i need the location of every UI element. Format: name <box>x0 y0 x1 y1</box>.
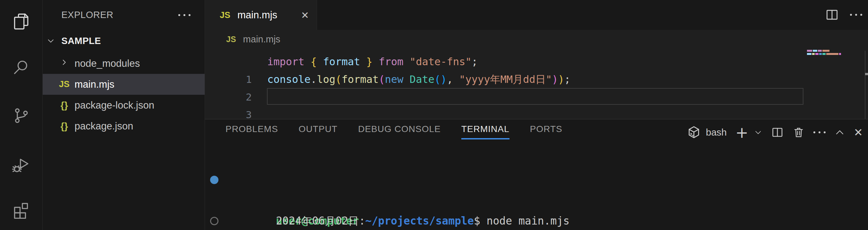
search-icon <box>12 58 31 77</box>
tab-main-mjs[interactable]: JS main.mjs ✕ <box>205 0 317 30</box>
tab-title: main.mjs <box>238 9 277 21</box>
chevron-down-icon <box>754 128 762 136</box>
split-terminal-button[interactable] <box>771 126 784 139</box>
json-file-icon: {} <box>56 100 73 111</box>
minimap-slider-border <box>865 51 865 119</box>
bottom-panel: PROBLEMS OUTPUT DEBUG CONSOLE TERMINAL P… <box>205 119 868 230</box>
activity-item-search[interactable] <box>0 51 42 84</box>
close-panel-button[interactable]: ✕ <box>854 127 863 138</box>
js-file-icon: JS <box>56 79 73 89</box>
files-icon <box>12 12 31 31</box>
activity-item-extensions[interactable] <box>0 193 42 227</box>
chevron-right-icon <box>56 58 73 69</box>
editor-more-actions-icon[interactable] <box>850 14 862 16</box>
panel-tab-debug-console[interactable]: DEBUG CONSOLE <box>358 124 441 139</box>
sidebar-section-sample[interactable]: SAMPLE <box>43 33 205 48</box>
current-line-highlight <box>267 88 803 105</box>
js-file-icon: JS <box>220 10 230 20</box>
extensions-icon <box>12 201 31 220</box>
chevron-up-icon <box>834 127 845 138</box>
new-terminal-button[interactable]: + <box>735 125 748 140</box>
explorer-sidebar: EXPLORER SAMPLE node_modules JS main.mjs… <box>43 0 205 230</box>
split-terminal-icon <box>771 126 784 139</box>
activity-item-run-debug[interactable] <box>0 149 42 182</box>
panel-tab-output[interactable]: OUTPUT <box>299 124 338 139</box>
kill-terminal-button[interactable] <box>793 126 805 138</box>
minimap[interactable] <box>807 50 842 56</box>
json-file-icon: {} <box>56 121 73 132</box>
breadcrumb-item[interactable]: main.mjs <box>243 34 280 45</box>
panel-tab-bar: PROBLEMS OUTPUT DEBUG CONSOLE TERMINAL P… <box>225 124 562 139</box>
split-editor-icon[interactable] <box>825 8 839 22</box>
tab-close-button[interactable]: ✕ <box>301 10 309 21</box>
panel-tab-terminal[interactable]: TERMINAL <box>461 124 509 139</box>
tree-item-node-modules[interactable]: node_modules <box>43 53 205 74</box>
breadcrumb[interactable]: JS main.mjs <box>226 34 280 45</box>
activity-item-explorer[interactable] <box>0 5 42 38</box>
tree-item-package-lock-json[interactable]: {} package-lock.json <box>43 95 205 116</box>
terminal-profile-item[interactable] <box>687 125 701 139</box>
tree-item-main-mjs[interactable]: JS main.mjs <box>43 74 205 95</box>
code-line-2: 2 console.log(format(new Date(), "yyyy年M… <box>205 71 868 88</box>
chevron-down-icon <box>46 36 56 45</box>
panel-tab-ports[interactable]: PORTS <box>530 124 562 139</box>
panel-more-actions-icon[interactable] <box>813 131 826 133</box>
sidebar-more-actions-button[interactable] <box>178 14 190 16</box>
source-control-icon <box>12 106 31 125</box>
bash-terminal-icon <box>687 125 701 139</box>
terminal-command-row: user@computer:~/projects/sample$ node ma… <box>205 170 868 190</box>
terminal-actions: bash + ✕ <box>687 124 863 141</box>
js-file-icon: JS <box>226 35 236 44</box>
panel-tab-problems[interactable]: PROBLEMS <box>225 124 278 139</box>
terminal-prompt-row: user@computer:~/projects/sample$ <box>205 211 868 230</box>
activity-bar <box>0 0 43 230</box>
sidebar-title: EXPLORER <box>61 10 114 20</box>
command-decoration-pending[interactable] <box>210 217 218 225</box>
debug-icon <box>12 156 31 174</box>
terminal-launch-dropdown[interactable] <box>754 128 762 136</box>
code-line-1: 1 import { format } from "date-fns"; <box>205 53 868 71</box>
maximize-panel-button[interactable] <box>834 127 845 138</box>
command-decoration-success[interactable] <box>210 176 218 184</box>
terminal-output-row: 2024年06月02日 <box>205 190 868 211</box>
editor-actions <box>825 8 862 22</box>
tree-item-package-json[interactable]: {} package.json <box>43 116 205 136</box>
vscode-window: EXPLORER SAMPLE node_modules JS main.mjs… <box>0 0 868 230</box>
overview-ruler-marker <box>865 73 868 75</box>
trash-icon <box>793 126 805 138</box>
sidebar-section-label: SAMPLE <box>61 36 101 46</box>
terminal-profile-label[interactable]: bash <box>706 127 727 138</box>
activity-item-source-control[interactable] <box>0 99 42 132</box>
